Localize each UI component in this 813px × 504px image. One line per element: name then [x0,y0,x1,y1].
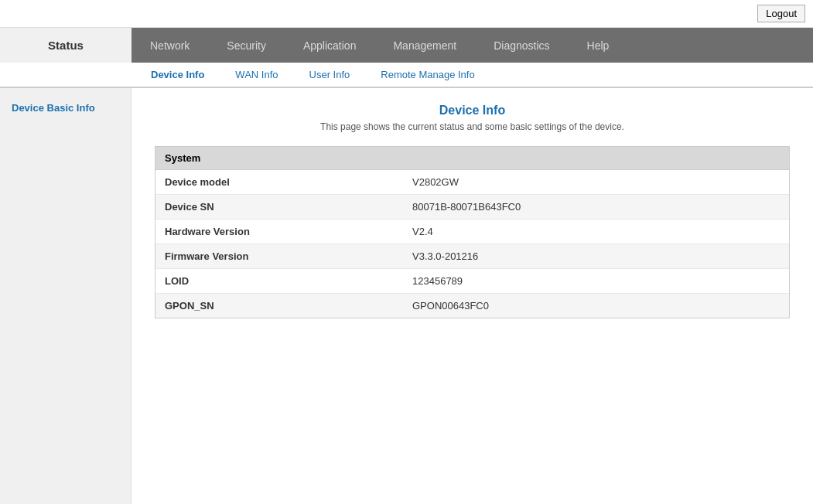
status-label: Status [0,28,132,63]
table-row: GPON_SN GPON00643FC0 [155,294,789,318]
main-nav: Status Network Security Application Mana… [0,28,813,63]
row-label: LOID [155,269,403,293]
nav-item-application[interactable]: Application [285,29,375,63]
nav-items: Network Security Application Management … [132,29,813,63]
table-row: LOID 123456789 [155,269,789,294]
row-label: Firmware Version [155,244,403,268]
nav-item-security[interactable]: Security [208,29,285,63]
page-description: This page shows the current status and s… [155,121,790,132]
row-value: 80071B-80071B643FC0 [403,195,789,219]
layout: Device Basic Info Device Info This page … [0,88,813,504]
table-row: Firmware Version V3.3.0-201216 [155,244,789,269]
table-row: Device model V2802GW [155,170,789,195]
row-value: V2802GW [403,170,789,194]
content-area: Device Info This page shows the current … [132,88,813,504]
row-value: GPON00643FC0 [403,294,789,318]
sidebar: Device Basic Info [0,88,132,504]
table-row: Device SN 80071B-80071B643FC0 [155,195,789,220]
logout-button[interactable]: Logout [757,5,805,22]
subnav-wan-info[interactable]: WAN Info [220,63,293,87]
top-bar: Logout [0,0,813,28]
subnav-remote-manage-info[interactable]: Remote Manage Info [365,63,490,87]
subnav-user-info[interactable]: User Info [294,63,366,87]
nav-item-help[interactable]: Help [569,29,628,63]
row-value: V3.3.0-201216 [403,244,789,268]
page-title: Device Info [155,104,790,117]
row-value: 123456789 [403,269,789,293]
table-row: Hardware Version V2.4 [155,220,789,244]
table-rows: Device model V2802GW Device SN 80071B-80… [155,170,789,318]
nav-item-network[interactable]: Network [132,29,208,63]
nav-item-diagnostics[interactable]: Diagnostics [475,29,568,63]
sidebar-item-device-basic-info[interactable]: Device Basic Info [0,96,131,120]
row-value: V2.4 [403,220,789,243]
info-table: System Device model V2802GW Device SN 80… [155,146,790,318]
table-section-header: System [155,147,789,170]
row-label: Device SN [155,195,403,219]
nav-item-management[interactable]: Management [374,29,475,63]
row-label: Hardware Version [155,220,403,243]
sub-nav: Device Info WAN Info User Info Remote Ma… [0,63,813,88]
row-label: GPON_SN [155,294,403,318]
subnav-device-info[interactable]: Device Info [135,63,220,87]
row-label: Device model [155,170,403,194]
